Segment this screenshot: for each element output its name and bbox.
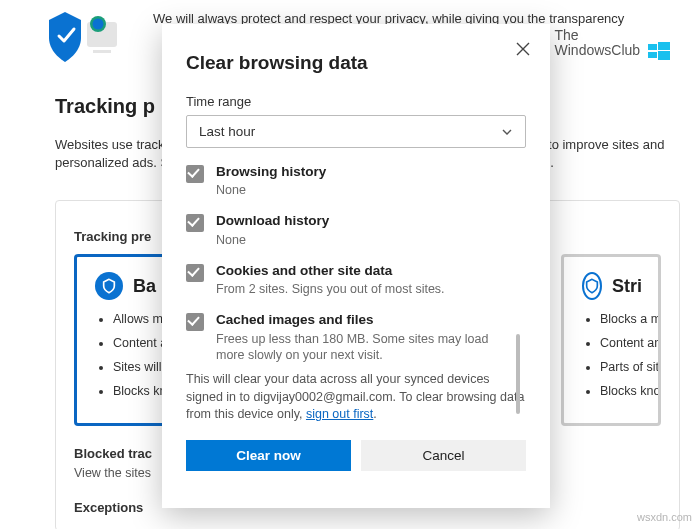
checkbox-cache[interactable] — [186, 313, 204, 331]
item-title: Download history — [216, 213, 516, 229]
item-title: Cached images and files — [216, 312, 516, 328]
item-title: Browsing history — [216, 164, 516, 180]
checkbox-cookies[interactable] — [186, 264, 204, 282]
watermark: wsxdn.com — [637, 511, 692, 523]
privacy-illustration — [45, 10, 125, 70]
strict-item-0: Blocks a m sites — [600, 312, 640, 326]
wc-line1: The — [555, 28, 670, 42]
data-types-list: Browsing history None Download history N… — [186, 164, 526, 369]
item-sub: Frees up less than 180 MB. Some sites ma… — [216, 331, 516, 364]
close-button[interactable] — [512, 38, 534, 60]
time-range-select[interactable]: Last hour — [186, 115, 526, 148]
svg-rect-4 — [648, 44, 657, 50]
svg-point-3 — [93, 19, 104, 30]
strict-item-1: Content an minimal pe — [600, 336, 640, 350]
list-item: Cached images and files Frees up less th… — [186, 312, 516, 363]
strict-item-3: Blocks kno — [600, 384, 640, 398]
sync-note: This will clear your data across all you… — [186, 371, 526, 424]
svg-rect-6 — [648, 52, 657, 58]
cancel-button[interactable]: Cancel — [361, 440, 526, 471]
item-sub: From 2 sites. Signs you out of most site… — [216, 281, 516, 297]
tracking-card-strict[interactable]: Stri Blocks a m sites Content an minimal… — [561, 254, 661, 426]
clear-browsing-data-dialog: Clear browsing data Time range Last hour… — [162, 24, 550, 508]
basic-card-title: Ba — [133, 276, 156, 297]
clear-now-button[interactable]: Clear now — [186, 440, 351, 471]
close-icon — [512, 38, 534, 60]
basic-icon — [95, 272, 123, 300]
time-range-value: Last hour — [199, 124, 255, 139]
svg-rect-5 — [658, 42, 670, 50]
chevron-down-icon — [501, 126, 513, 138]
windowsclub-logo: The WindowsClub — [555, 28, 670, 60]
dialog-title: Clear browsing data — [186, 52, 526, 74]
item-title: Cookies and other site data — [216, 263, 516, 279]
svg-rect-7 — [658, 51, 670, 60]
svg-rect-1 — [93, 50, 111, 53]
time-range-label: Time range — [186, 94, 526, 109]
strict-icon — [582, 272, 602, 300]
wc-line2: WindowsClub — [555, 42, 641, 58]
list-item: Download history None — [186, 213, 516, 247]
sync-note-text-b: . — [373, 407, 376, 421]
strict-card-title: Stri — [612, 276, 642, 297]
item-sub: None — [216, 232, 516, 248]
list-item: Browsing history None — [186, 164, 516, 198]
list-item: Cookies and other site data From 2 sites… — [186, 263, 516, 297]
checkbox-browsing-history[interactable] — [186, 165, 204, 183]
item-sub: None — [216, 182, 516, 198]
checkbox-download-history[interactable] — [186, 214, 204, 232]
strict-item-2: Parts of sit — [600, 360, 640, 374]
sign-out-link[interactable]: sign out first — [306, 407, 373, 421]
